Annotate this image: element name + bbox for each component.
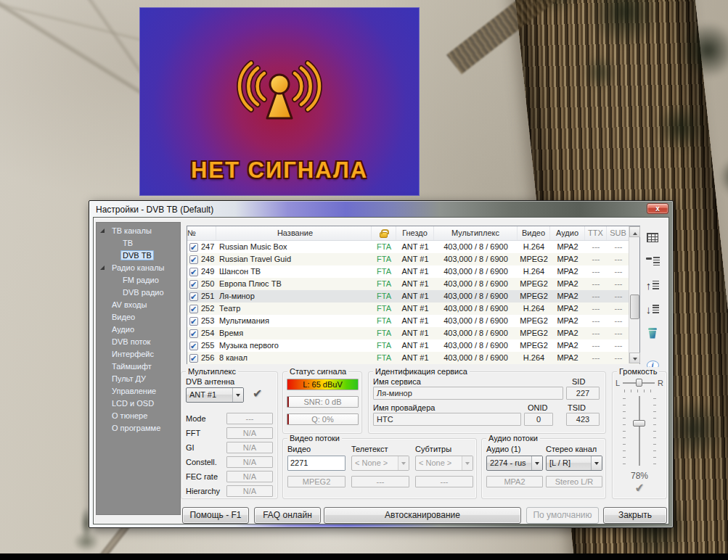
channel-checkbox[interactable]: [189, 268, 198, 276]
table-row[interactable]: 249 Шансон ТВ FTA ANT #1 403,000 / 8 / 6…: [187, 265, 639, 278]
dialog-button[interactable]: Закрыть: [603, 507, 667, 524]
balance-slider[interactable]: [623, 382, 655, 384]
sidebar-item[interactable]: DVB радио: [97, 287, 180, 299]
move-up-icon[interactable]: ↑: [643, 276, 662, 295]
table-row[interactable]: 253 Мультимания FTA ANT #1 403,000 / 8 /…: [187, 315, 639, 327]
channel-table-header[interactable]: № Название Гнездо Мультиплекс Видео Ауди…: [187, 226, 639, 241]
tree-expander-icon[interactable]: [100, 265, 105, 270]
sidebar-item-label: ТВ каналы: [110, 226, 154, 236]
table-row[interactable]: 248 Russian Travel Guid FTA ANT #1 403,0…: [187, 253, 639, 265]
table-row[interactable]: 251 Ля-минор FTA ANT #1 403,000 / 8 / 69…: [187, 290, 639, 302]
channel-checkbox[interactable]: [189, 255, 198, 264]
table-row[interactable]: 250 Европа Плюс ТВ FTA ANT #1 403,000 / …: [187, 278, 639, 290]
remove-channel-icon[interactable]: [643, 252, 662, 271]
sidebar-item[interactable]: DVB поток: [97, 336, 180, 348]
channel-checkbox[interactable]: [189, 317, 198, 326]
header-ttx[interactable]: TTX: [585, 226, 607, 240]
sidebar-item[interactable]: Видео: [97, 311, 180, 324]
balance-thumb[interactable]: [636, 379, 642, 387]
param-value: N/A: [226, 471, 273, 482]
antenna-select[interactable]: ANT #1: [186, 387, 244, 403]
table-row[interactable]: 256 8 канал FTA ANT #1 403,000 / 8 / 690…: [187, 352, 639, 364]
table-row[interactable]: 252 Театр FTA ANT #1 403,000 / 8 / 6900 …: [187, 302, 639, 315]
table-row[interactable]: 254 Время FTA ANT #1 403,000 / 8 / 6900 …: [187, 327, 639, 339]
apply-volume-icon[interactable]: ✔: [634, 480, 645, 495]
dialog-titlebar[interactable]: Настройки - DVB ТВ (Default) x: [93, 202, 669, 217]
sidebar-item[interactable]: О тюнере: [97, 410, 180, 422]
sidebar-item[interactable]: О программе: [97, 422, 180, 435]
scroll-up-arrow[interactable]: [629, 226, 640, 237]
header-socket[interactable]: Гнездо: [396, 226, 434, 240]
channel-checkbox[interactable]: [189, 329, 198, 338]
group-title: Идентификация сервиса: [373, 367, 470, 376]
dialog-button[interactable]: Автосканирование: [324, 507, 521, 524]
header-sub[interactable]: SUB: [607, 226, 630, 240]
param-value: N/A: [226, 485, 273, 497]
header-multiplex[interactable]: Мультиплекс: [434, 226, 518, 240]
sidebar-item[interactable]: Аудио: [97, 324, 180, 336]
channel-checkbox[interactable]: [189, 243, 198, 252]
header-encryption[interactable]: [372, 226, 396, 240]
header-number[interactable]: №: [187, 226, 216, 240]
video-streams-group: Видео потоки Видео 2271 MPEG2 Телетекст …: [282, 438, 477, 499]
sidebar-item-label: Пульт ДУ: [110, 374, 148, 384]
sidebar-item[interactable]: Радио каналы: [97, 262, 180, 274]
sidebar-item[interactable]: FM радио: [97, 274, 180, 287]
channel-checkbox[interactable]: [189, 305, 198, 313]
channel-list-icon[interactable]: [643, 228, 662, 247]
sidebar-item[interactable]: Управление: [97, 385, 180, 398]
settings-dialog: Настройки - DVB ТВ (Default) x ТВ каналы…: [89, 200, 674, 528]
audio-select[interactable]: 2274 - rus: [486, 456, 543, 471]
param-label: GI: [186, 443, 226, 452]
sidebar-item[interactable]: LCD и OSD: [97, 398, 180, 410]
cell-socket: ANT #1: [396, 265, 434, 278]
cell-audio: MPA2: [550, 315, 585, 327]
volume-slider[interactable]: [639, 396, 640, 466]
channel-checkbox[interactable]: [189, 292, 198, 301]
channel-checkbox[interactable]: [189, 354, 198, 363]
channel-rows: 247 Russian Music Box FTA ANT #1 403,000…: [187, 241, 639, 364]
dialog-button[interactable]: Помощь - F1: [182, 507, 249, 524]
cell-video: H.264: [518, 241, 550, 253]
cell-multiplex: 403,000 / 8 / 6900: [434, 302, 518, 315]
volume-thumb[interactable]: [633, 420, 645, 427]
header-video[interactable]: Видео: [518, 226, 550, 240]
dialog-button[interactable]: По умолчанию: [526, 507, 599, 524]
header-name[interactable]: Название: [216, 226, 372, 240]
antenna-value: ANT #1: [187, 388, 232, 402]
tree-expander-icon[interactable]: [100, 228, 105, 233]
dialog-button[interactable]: FAQ онлайн: [254, 507, 321, 524]
video-window[interactable]: НЕТ СИГНАЛА: [139, 7, 420, 196]
delete-all-icon[interactable]: [643, 324, 662, 342]
chevron-down-icon: [591, 456, 602, 470]
sidebar-item[interactable]: Пульт ДУ: [97, 373, 180, 385]
encryption-lock-icon: [380, 232, 388, 238]
subtitles-label: Субтитры: [415, 445, 473, 453]
video-pid-input[interactable]: 2271: [287, 456, 345, 471]
dvb-antenna-label: DVB антенна: [186, 377, 234, 386]
channel-checkbox[interactable]: [189, 342, 198, 350]
table-row[interactable]: 247 Russian Music Box FTA ANT #1 403,000…: [187, 241, 639, 253]
apply-antenna-icon[interactable]: ✔: [253, 387, 262, 400]
table-scrollbar[interactable]: [629, 226, 639, 363]
cell-number: 253: [187, 315, 216, 327]
sidebar-item[interactable]: DVB ТВ: [97, 250, 180, 262]
balance-left-label: L: [615, 379, 620, 387]
service-name-label: Имя сервиса: [373, 377, 421, 386]
scroll-down-arrow[interactable]: [629, 353, 640, 363]
sidebar-item[interactable]: Интерфейс: [97, 348, 180, 361]
cell-sub: ---: [607, 290, 630, 302]
move-down-icon[interactable]: ↓: [643, 300, 662, 318]
channel-checkbox[interactable]: [189, 280, 198, 289]
sidebar-item[interactable]: Таймшифт: [97, 361, 180, 373]
scrollbar-thumb[interactable]: [630, 295, 639, 319]
header-audio[interactable]: Аудио: [550, 226, 585, 240]
sidebar-item[interactable]: AV входы: [97, 299, 180, 311]
cell-access: FTA: [372, 241, 396, 253]
channel-number: 255: [201, 339, 214, 352]
stereo-select[interactable]: [L / R]: [546, 456, 602, 471]
sidebar-item[interactable]: ТВ каналы: [97, 225, 180, 237]
sidebar-item[interactable]: ТВ: [97, 237, 180, 250]
close-button[interactable]: x: [647, 203, 668, 214]
table-row[interactable]: 255 Музыка первого FTA ANT #1 403,000 / …: [187, 339, 639, 352]
